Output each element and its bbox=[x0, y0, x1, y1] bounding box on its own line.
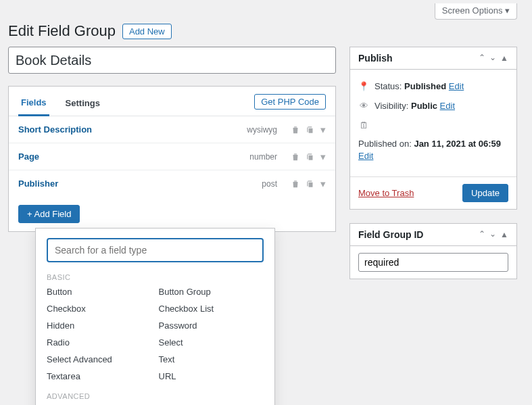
group-label-advanced: ADVANCED bbox=[47, 392, 264, 400]
page-title: Edit Field Group bbox=[8, 22, 116, 40]
field-type-option[interactable]: Hidden bbox=[47, 320, 152, 331]
add-new-button[interactable]: Add New bbox=[122, 24, 172, 39]
trash-icon[interactable] bbox=[291, 152, 300, 162]
toggle-up-icon[interactable]: ⌃ bbox=[479, 229, 485, 239]
status-label: Status: bbox=[374, 81, 402, 91]
field-type-option[interactable]: Button bbox=[47, 287, 152, 297]
tab-settings[interactable]: Settings bbox=[63, 94, 103, 115]
field-group-id-box: Field Group ID ⌃ ⌄ ▲ bbox=[349, 223, 517, 279]
toggle-order-icon[interactable]: ▲ bbox=[500, 230, 508, 239]
group-title-input[interactable] bbox=[8, 47, 336, 74]
calendar-icon: 🗓 bbox=[358, 120, 369, 133]
field-type-option[interactable]: Checkbox bbox=[47, 304, 152, 314]
tab-fields[interactable]: Fields bbox=[18, 93, 49, 116]
field-type-search-input[interactable] bbox=[47, 238, 264, 262]
field-row: Short Descriptionwysiwyg▾ bbox=[9, 116, 335, 143]
toggle-down-icon[interactable]: ⌄ bbox=[489, 53, 496, 62]
field-type-label: wysiwyg bbox=[247, 125, 277, 135]
add-field-button[interactable]: + Add Field bbox=[18, 205, 80, 223]
published-edit-link[interactable]: Edit bbox=[358, 151, 373, 161]
field-group-id-title: Field Group ID bbox=[358, 229, 475, 240]
field-row: Pagenumber▾ bbox=[9, 143, 335, 170]
field-type-option[interactable]: Select Advanced bbox=[47, 354, 152, 364]
field-type-label: post bbox=[262, 179, 277, 189]
copy-icon[interactable] bbox=[306, 179, 315, 189]
toggle-down-icon[interactable]: ⌄ bbox=[489, 229, 496, 239]
field-type-option[interactable]: Password bbox=[159, 320, 264, 331]
visibility-value: Public bbox=[411, 101, 437, 111]
published-label: Published on: bbox=[358, 139, 412, 149]
field-type-option[interactable]: Radio bbox=[47, 337, 152, 348]
field-type-option[interactable]: Select bbox=[159, 337, 264, 348]
copy-icon[interactable] bbox=[306, 152, 315, 162]
chevron-down-icon[interactable]: ▾ bbox=[320, 178, 326, 189]
published-value: Jan 11, 2021 at 06:59 bbox=[414, 139, 501, 149]
eye-icon: 👁 bbox=[358, 100, 369, 113]
field-type-option[interactable]: Text bbox=[159, 354, 264, 364]
get-php-code-button[interactable]: Get PHP Code bbox=[254, 94, 326, 110]
pin-icon: 📍 bbox=[358, 80, 369, 93]
field-title-link[interactable]: Short Description bbox=[18, 124, 247, 135]
field-type-option[interactable]: URL bbox=[159, 371, 264, 381]
toggle-up-icon[interactable]: ⌃ bbox=[479, 53, 485, 62]
field-type-label: number bbox=[249, 152, 277, 162]
field-group-id-input[interactable] bbox=[358, 253, 508, 272]
field-title-link[interactable]: Publisher bbox=[18, 178, 262, 189]
publish-box-title: Publish bbox=[358, 53, 475, 64]
trash-icon[interactable] bbox=[291, 125, 300, 135]
field-type-dropdown: BASIC ButtonButton GroupCheckboxCheckbox… bbox=[35, 228, 275, 405]
copy-icon[interactable] bbox=[306, 125, 315, 135]
visibility-edit-link[interactable]: Edit bbox=[440, 101, 455, 111]
trash-icon[interactable] bbox=[291, 179, 300, 189]
update-button[interactable]: Update bbox=[462, 184, 508, 202]
toggle-order-icon[interactable]: ▲ bbox=[500, 53, 508, 63]
group-label-basic: BASIC bbox=[47, 273, 264, 281]
visibility-label: Visibility: bbox=[374, 101, 408, 111]
field-title-link[interactable]: Page bbox=[18, 151, 249, 162]
field-type-option[interactable]: Checkbox List bbox=[159, 304, 264, 314]
status-value: Published bbox=[404, 81, 446, 91]
move-to-trash-link[interactable]: Move to Trash bbox=[358, 188, 414, 198]
screen-options-button[interactable]: Screen Options ▾ bbox=[435, 3, 517, 20]
field-type-option[interactable]: Button Group bbox=[159, 287, 264, 297]
field-type-option[interactable]: Textarea bbox=[47, 371, 152, 381]
field-row: Publisherpost▾ bbox=[9, 170, 335, 197]
chevron-down-icon[interactable]: ▾ bbox=[320, 151, 326, 162]
chevron-down-icon[interactable]: ▾ bbox=[320, 124, 326, 135]
publish-box: Publish ⌃ ⌄ ▲ 📍 Status: Published Edit bbox=[349, 47, 517, 210]
fields-panel: Fields Settings Get PHP Code Short Descr… bbox=[8, 86, 336, 232]
status-edit-link[interactable]: Edit bbox=[449, 81, 464, 91]
